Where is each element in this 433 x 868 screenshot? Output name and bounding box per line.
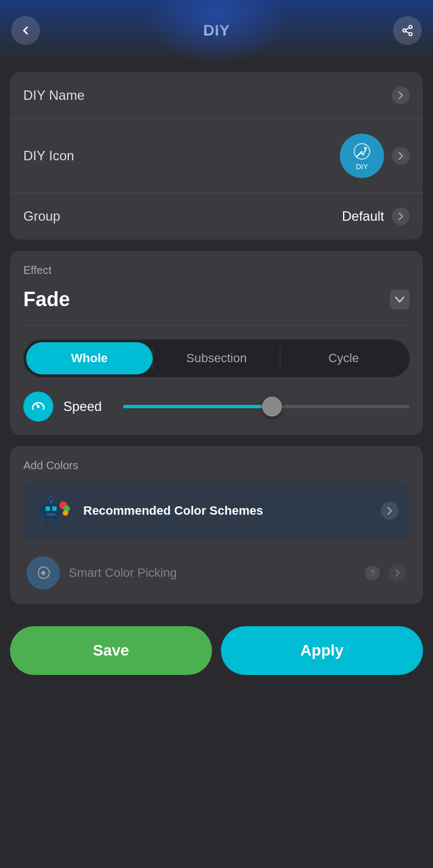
group-row[interactable]: Group Default	[10, 193, 423, 240]
diy-name-chevron	[392, 87, 410, 104]
robot-icon	[34, 491, 74, 531]
recommended-label: Recommended Color Schemes	[83, 504, 372, 518]
svg-line-4	[406, 28, 409, 30]
effect-section-label: Effect	[23, 264, 410, 277]
main-content: DIY Name DIY Icon	[0, 61, 433, 615]
bottom-buttons: Save Apply	[0, 615, 433, 692]
svg-line-3	[406, 31, 409, 33]
svg-rect-14	[39, 506, 42, 513]
svg-point-0	[409, 26, 412, 29]
diy-icon-circle: DIY	[340, 134, 384, 178]
svg-point-13	[49, 496, 53, 501]
group-value: Default	[342, 209, 384, 224]
effect-name: Fade	[23, 288, 70, 311]
group-chevron	[392, 207, 410, 225]
recommended-color-row[interactable]: Recommended Color Schemes	[23, 482, 410, 540]
segment-cycle[interactable]: Cycle	[280, 342, 407, 374]
segment-control: Whole Subsection Cycle	[23, 339, 410, 377]
smart-color-icon	[27, 556, 60, 590]
diy-icon-label: DIY Icon	[23, 148, 74, 164]
diy-icon-right: DIY	[340, 134, 410, 178]
slider-fill	[123, 405, 272, 408]
speed-row: Speed	[23, 392, 410, 422]
svg-point-1	[403, 29, 406, 32]
svg-point-7	[37, 405, 40, 408]
add-colors-title: Add Colors	[23, 459, 410, 472]
diy-icon-chevron	[392, 147, 410, 165]
svg-point-2	[409, 33, 412, 35]
smart-chevron	[389, 564, 406, 582]
svg-rect-8	[42, 503, 60, 519]
group-label: Group	[23, 209, 61, 224]
speed-slider[interactable]	[123, 395, 410, 418]
share-button[interactable]	[393, 16, 422, 45]
svg-rect-9	[46, 506, 50, 511]
segment-subsection[interactable]: Subsection	[153, 342, 280, 374]
slider-thumb[interactable]	[262, 397, 282, 417]
speed-label: Speed	[63, 399, 113, 414]
settings-card: DIY Name DIY Icon	[10, 72, 423, 240]
back-button[interactable]	[11, 16, 40, 45]
speed-icon	[23, 392, 53, 422]
add-colors-card: Add Colors	[10, 446, 423, 604]
svg-rect-17	[53, 519, 58, 524]
svg-point-6	[364, 147, 366, 149]
svg-point-20	[63, 510, 68, 516]
effect-dropdown-icon[interactable]	[390, 290, 410, 309]
svg-point-21	[42, 571, 45, 575]
apply-button[interactable]: Apply	[221, 626, 423, 675]
diy-icon-row[interactable]: DIY Icon DIY	[10, 119, 423, 193]
group-right: Default	[342, 207, 410, 225]
page-title: DIY	[203, 22, 230, 39]
header: DIY	[0, 0, 433, 61]
save-button[interactable]: Save	[10, 626, 212, 675]
diy-name-label: DIY Name	[23, 88, 84, 103]
effect-row[interactable]: Fade	[23, 282, 410, 325]
svg-rect-11	[47, 513, 56, 516]
smart-question-badge: ?	[365, 566, 380, 580]
diy-name-row[interactable]: DIY Name	[10, 72, 423, 119]
effect-card: Effect Fade Whole Subsection Cycle	[10, 251, 423, 435]
recommended-chevron	[381, 502, 399, 520]
smart-color-label: Smart Color Picking	[69, 566, 356, 580]
svg-rect-16	[44, 519, 49, 524]
smart-color-row[interactable]: Smart Color Picking ?	[23, 547, 410, 598]
diy-icon-sublabel: DIY	[356, 163, 368, 171]
diy-name-right	[392, 87, 410, 104]
segment-whole[interactable]: Whole	[26, 342, 153, 374]
svg-rect-10	[52, 506, 57, 511]
